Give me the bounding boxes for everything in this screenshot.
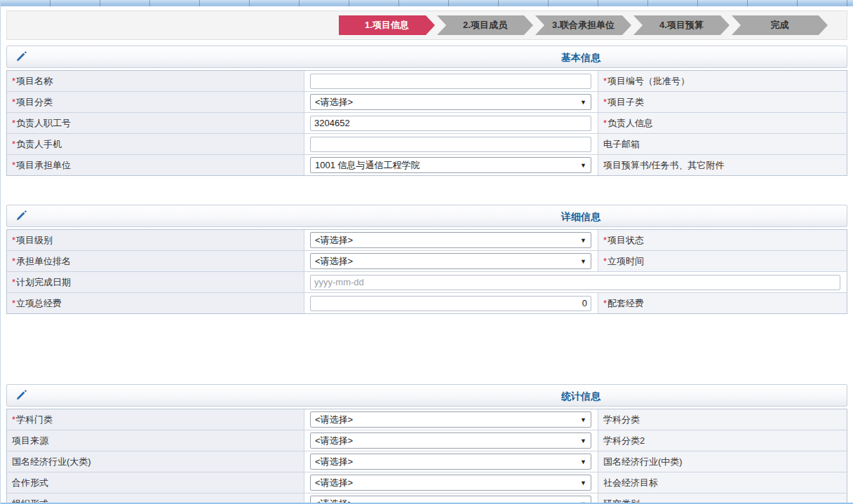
required-asterisk: *: [12, 298, 15, 308]
text-input[interactable]: [310, 296, 591, 311]
edit-pencil-icon[interactable]: [14, 210, 28, 224]
field-label-cell: *承担单位排名: [7, 251, 304, 271]
required-asterisk: *: [12, 76, 15, 86]
right-field-label-cell: *项目子类: [598, 92, 847, 112]
field-label: 承担单位排名: [16, 255, 71, 268]
right-field-label: 项目编号（批准号）: [607, 75, 690, 88]
section-title: 统计信息: [561, 385, 600, 407]
field-label: 项目来源: [12, 435, 48, 447]
field-label-cell: *项目级别: [7, 230, 304, 250]
wizard-step-2[interactable]: 2.项目成员: [437, 15, 533, 35]
required-asterisk: *: [603, 256, 607, 266]
field-label: 计划完成日期: [16, 276, 71, 289]
chevron-down-icon: ▼: [580, 458, 586, 465]
text-input[interactable]: [310, 137, 591, 152]
right-field-label-cell: 国名经济行业(中类): [598, 451, 847, 472]
table-row: *负责人职工号*负责人信息: [7, 112, 847, 133]
wizard-step-1[interactable]: 1.项目信息: [339, 15, 435, 35]
wizard-step-5[interactable]: 完成: [732, 15, 828, 35]
chevron-down-icon: ▼: [580, 237, 586, 244]
field-label-cell: *负责人手机: [7, 134, 304, 154]
section-header-1: 基本信息: [6, 46, 847, 68]
field-label-cell: *项目分类: [7, 92, 304, 112]
field-label: 项目级别: [16, 234, 53, 247]
dropdown-select[interactable]: <请选择>▼: [310, 253, 591, 269]
table-row: *项目分类<请选择>▼*项目子类: [7, 91, 847, 112]
dropdown-select[interactable]: <请选择>▼: [310, 433, 591, 449]
chevron-down-icon: ▼: [580, 437, 586, 444]
required-asterisk: *: [12, 97, 15, 107]
right-field-label-cell: 学科分类: [598, 409, 847, 430]
required-asterisk: *: [603, 76, 607, 86]
form-sections: 基本信息*项目名称*项目编号（批准号）*项目分类<请选择>▼*项目子类*负责人职…: [1, 46, 853, 504]
table-row: *项目级别<请选择>▼*项目状态: [7, 230, 847, 250]
table-row: *项目承担单位1001 信息与通信工程学院▼项目预算书/任务书、其它附件: [7, 154, 847, 175]
field-input-cell: <请选择>▼: [304, 92, 598, 112]
dropdown-select[interactable]: <请选择>▼: [310, 232, 591, 248]
required-asterisk: *: [12, 235, 15, 245]
dropdown-select[interactable]: <请选择>▼: [310, 454, 591, 470]
table-row: 合作形式<请选择>▼社会经济目标: [7, 472, 847, 493]
field-label: 项目名称: [16, 75, 53, 88]
text-input[interactable]: [310, 275, 840, 290]
table-row: *立项总经费*配套经费: [7, 292, 847, 313]
right-field-label-cell: *立项时间: [598, 251, 847, 271]
field-label-cell: *项目承担单位: [7, 155, 304, 175]
field-label: 项目分类: [16, 96, 53, 109]
tab-strip-dividers: [1, 0, 853, 6]
required-asterisk: *: [12, 160, 15, 170]
field-label: 负责人手机: [16, 138, 62, 151]
field-input-cell: <请选择>▼: [304, 230, 598, 250]
right-field-label: 社会经济目标: [603, 477, 658, 489]
wizard-step-3[interactable]: 3.联合承担单位: [535, 15, 631, 35]
right-field-label: 项目子类: [607, 96, 644, 109]
right-field-label: 学科分类2: [603, 435, 645, 447]
field-input-cell: [304, 113, 598, 133]
field-input-cell: [304, 134, 598, 154]
text-input[interactable]: [310, 74, 591, 89]
edit-pencil-icon[interactable]: [14, 389, 28, 403]
field-label-cell: 项目来源: [7, 430, 304, 451]
field-input-cell: <请选择>▼: [304, 451, 598, 472]
field-input-cell: [304, 272, 847, 292]
field-input-cell: [304, 293, 598, 313]
right-field-label-cell: *项目编号（批准号）: [598, 71, 847, 91]
field-label: 合作形式: [12, 477, 48, 489]
table-row: *计划完成日期: [7, 271, 847, 292]
dropdown-select[interactable]: <请选择>▼: [310, 411, 591, 428]
dropdown-selected-value: <请选择>: [315, 456, 353, 468]
right-field-label: 项目状态: [607, 234, 644, 247]
field-input-cell: <请选择>▼: [304, 430, 598, 451]
right-field-label-cell: *项目状态: [598, 230, 847, 250]
dropdown-selected-value: <请选择>: [315, 234, 353, 247]
table-row: *项目名称*项目编号（批准号）: [7, 71, 847, 91]
dropdown-selected-value: 1001 信息与通信工程学院: [315, 159, 420, 172]
table-row: *负责人手机电子邮箱: [7, 133, 847, 154]
required-asterisk: *: [12, 139, 15, 149]
text-input[interactable]: [310, 116, 591, 131]
right-field-label: 立项时间: [607, 255, 644, 268]
dropdown-select[interactable]: 1001 信息与通信工程学院▼: [310, 157, 591, 173]
field-label: 立项总经费: [16, 297, 62, 310]
chevron-down-icon: ▼: [580, 162, 586, 169]
right-field-label: 电子邮箱: [603, 138, 640, 151]
wizard-stepper-bar: 1.项目信息2.项目成员3.联合承担单位4.项目预算完成: [6, 11, 847, 40]
dropdown-select[interactable]: <请选择>▼: [310, 475, 591, 491]
wizard-step-4[interactable]: 4.项目预算: [633, 15, 730, 35]
cropped-tab-strip: [1, 0, 853, 6]
dropdown-selected-value: <请选择>: [315, 255, 353, 268]
field-input-cell: [304, 71, 598, 91]
right-field-label-cell: 电子邮箱: [598, 134, 847, 154]
right-field-label-cell: *负责人信息: [598, 113, 847, 133]
required-asterisk: *: [603, 298, 607, 308]
field-label-cell: *负责人职工号: [7, 113, 304, 133]
chevron-down-icon: ▼: [580, 99, 586, 106]
table-row: *承担单位排名<请选择>▼*立项时间: [7, 250, 847, 271]
section-header-2: 详细信息: [6, 205, 847, 227]
dropdown-select[interactable]: <请选择>▼: [310, 94, 591, 110]
required-asterisk: *: [12, 118, 15, 128]
required-asterisk: *: [603, 118, 607, 128]
table-row: *学科门类<请选择>▼学科分类: [7, 409, 847, 430]
chevron-down-icon: ▼: [580, 416, 586, 423]
edit-pencil-icon[interactable]: [14, 50, 28, 64]
